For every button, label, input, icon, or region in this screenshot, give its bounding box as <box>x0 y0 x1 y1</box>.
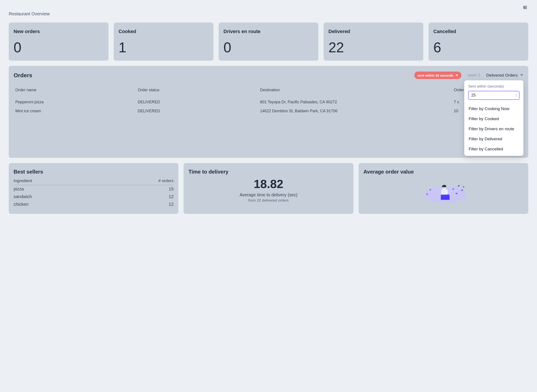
cell-destination: 14622 Demblon St, Baldwin Park, CA 91706 <box>258 107 452 116</box>
table-row: sandwich 12 <box>14 193 174 201</box>
chevron-down-icon <box>520 73 523 78</box>
stat-card-cancelled: Cancelled 6 <box>428 23 528 61</box>
best-sellers-panel: Best sellers Ingredient # orders pizza 1… <box>9 163 178 214</box>
close-icon[interactable]: ✕ <box>456 73 458 77</box>
dropdown-label: Delivered Orders <box>486 73 518 78</box>
menu-item-cooked[interactable]: Filter by Cooked <box>468 114 519 124</box>
filter-dropdown-menu: Sent within (seconds) 25 ▲▼ Filter by Co… <box>464 80 523 156</box>
filter-chip-label: sent within 25 seconds <box>417 74 453 77</box>
table-row: Pepperoni pizza DELIVERED 801 Toyopa Dr,… <box>14 98 523 107</box>
cell-order-status: DELIVERED <box>136 98 258 107</box>
orders-filter-dropdown[interactable]: Delivered Orders <box>486 73 523 78</box>
orders-table: Order name Order status Destination Orde… <box>14 86 523 116</box>
svg-rect-8 <box>441 190 443 195</box>
stat-card-new-orders: New orders 0 <box>9 23 109 61</box>
svg-rect-4 <box>441 195 450 200</box>
aov-title: Average order value <box>363 169 523 175</box>
best-sellers-title: Best sellers <box>14 169 174 175</box>
svg-rect-9 <box>446 190 448 195</box>
sent-within-input[interactable]: 25 ▲▼ <box>468 91 519 100</box>
stat-value: 6 <box>433 41 523 55</box>
table-row: pizza 15 <box>14 185 174 193</box>
col-header-order-status: Order status <box>136 86 258 98</box>
filter-chip[interactable]: sent within 25 seconds ✕ <box>414 72 461 79</box>
average-order-value-panel: Average order value <box>359 163 528 214</box>
cell-ingredient: chicken <box>14 201 101 208</box>
page-title: Restaurant Overview <box>9 11 528 16</box>
col-header-num-orders: # orders <box>101 177 174 185</box>
menu-item-cooking-now[interactable]: Filter by Cooking Now <box>468 104 519 114</box>
table-row: chicken 12 <box>14 201 174 208</box>
ttd-label: Average time to delivery (sec) <box>188 192 348 197</box>
col-header-order-name: Order name <box>14 86 136 98</box>
cell-orders: 12 <box>101 193 174 201</box>
number-stepper-icon[interactable]: ▲▼ <box>516 94 517 97</box>
time-to-delivery-panel: Time to delivery 18.82 Average time to d… <box>184 163 353 214</box>
sent-within-label: Sent within (seconds) <box>468 84 519 89</box>
cell-order-name: Mint ice cream <box>14 107 136 116</box>
svg-point-10 <box>457 185 460 187</box>
stats-row: New orders 0 Cooked 1 Drivers en route 0… <box>9 23 528 61</box>
orders-panel: Orders sent within 25 seconds ✕ count: 2… <box>9 66 528 158</box>
orders-count: count: 2 <box>468 73 480 77</box>
stat-value: 1 <box>119 41 209 55</box>
stat-card-cooked: Cooked 1 <box>114 23 213 61</box>
cell-order-name: Pepperoni pizza <box>14 98 136 107</box>
col-header-ingredient: Ingredient <box>14 177 101 185</box>
cell-order-status: DELIVERED <box>136 107 258 116</box>
menu-item-cancelled[interactable]: Filter by Cancelled <box>468 144 519 154</box>
ttd-value: 18.82 <box>188 177 348 191</box>
stat-label: Delivered <box>328 29 418 34</box>
stat-value: 0 <box>223 41 314 55</box>
menu-item-delivered[interactable]: Filter by Delivered <box>468 134 519 144</box>
stat-value: 22 <box>328 41 418 55</box>
stat-card-drivers-en-route: Drivers en route 0 <box>219 23 318 61</box>
ttd-sub: from 22 delivered orders <box>188 198 348 203</box>
stat-value: 0 <box>14 41 104 55</box>
stat-label: Cancelled <box>433 29 523 34</box>
svg-point-14 <box>462 186 465 188</box>
sent-within-value: 25 <box>471 93 476 97</box>
cell-ingredient: sandwich <box>14 193 101 201</box>
table-row: Mint ice cream DELIVERED 14622 Demblon S… <box>14 107 523 116</box>
orders-title: Orders <box>14 72 414 79</box>
cell-orders: 12 <box>101 201 174 208</box>
delivery-illustration <box>363 177 523 203</box>
collapse-panel-icon[interactable] <box>522 4 528 10</box>
stat-label: Drivers en route <box>223 29 314 34</box>
best-sellers-table: Ingredient # orders pizza 15 sandwich 12… <box>14 177 174 208</box>
cell-destination: 801 Toyopa Dr, Pacific Palisades, CA 902… <box>258 98 452 107</box>
menu-item-drivers-en-route[interactable]: Filter by Drivers en route <box>468 124 519 134</box>
col-header-destination: Destination <box>258 86 452 98</box>
cell-orders: 15 <box>101 185 174 193</box>
ttd-title: Time to delivery <box>188 169 348 175</box>
stat-label: Cooked <box>119 29 209 34</box>
cell-ingredient: pizza <box>14 185 101 193</box>
stat-card-delivered: Delivered 22 <box>324 23 423 61</box>
stat-label: New orders <box>14 29 104 34</box>
